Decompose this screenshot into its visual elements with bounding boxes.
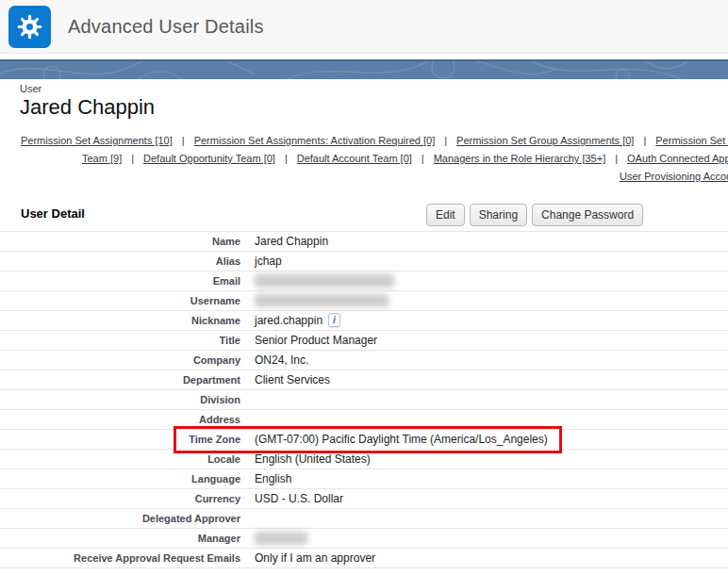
field-value: Client Services bbox=[255, 370, 330, 390]
advanced-user-details-page: Advanced User Details User Jared Chappin… bbox=[0, 0, 728, 575]
field-label: Department bbox=[0, 370, 240, 390]
detail-row-nickname: Nicknamejared.chappini bbox=[0, 311, 728, 331]
field-label: Time Zone bbox=[0, 430, 240, 450]
field-label: Currency bbox=[0, 489, 240, 509]
related-link-default-opportunity-team[interactable]: Default Opportunity Team [0] bbox=[143, 153, 275, 164]
link-separator: | bbox=[643, 135, 646, 146]
detail-row-username: Username bbox=[0, 291, 728, 311]
detail-row-address: Address bbox=[0, 410, 728, 430]
field-label: Locale bbox=[0, 450, 240, 469]
related-link-permission-set-group-assignments[interactable]: Permission Set Group Assignments [0] bbox=[456, 135, 634, 146]
section-title: User Detail bbox=[21, 206, 85, 221]
field-value: Only if I am an approver bbox=[255, 549, 375, 568]
link-separator: | bbox=[422, 153, 424, 164]
field-label: Division bbox=[0, 390, 240, 410]
entity-heading: User Jared Chappin bbox=[20, 83, 155, 120]
gear-icon bbox=[17, 14, 42, 40]
field-label: Email bbox=[0, 271, 240, 291]
field-label: Address bbox=[0, 410, 240, 430]
detail-row-delegated-approver: Delegated Approver bbox=[0, 509, 728, 529]
field-value: (GMT-07:00) Pacific Daylight Time (Ameri… bbox=[255, 430, 548, 450]
link-separator: | bbox=[182, 135, 185, 146]
setup-header: Advanced User Details bbox=[0, 0, 728, 54]
field-label: Nickname bbox=[0, 311, 240, 331]
related-link-oauth-connected-apps[interactable]: OAuth Connected Apps [25] bbox=[627, 153, 728, 164]
field-label: Language bbox=[0, 469, 240, 489]
change-password-button[interactable]: Change Password bbox=[532, 204, 643, 226]
setup-gear-tile bbox=[8, 6, 51, 48]
detail-row-language: LanguageEnglish bbox=[0, 469, 728, 489]
field-value: USD - U.S. Dollar bbox=[255, 489, 343, 509]
detail-row-company: CompanyON24, Inc. bbox=[0, 351, 728, 370]
decorative-banner bbox=[0, 59, 728, 79]
related-link-user-provisioning-accounts[interactable]: User Provisioning Accounts bbox=[620, 171, 728, 182]
related-links-line: Permission Set Assignments [10]|Permissi… bbox=[21, 135, 728, 146]
link-separator: | bbox=[285, 153, 288, 164]
field-value bbox=[255, 291, 389, 311]
field-label: Company bbox=[0, 351, 240, 370]
related-links-line: Team [9]|Default Opportunity Team [0]|De… bbox=[82, 153, 728, 164]
detail-row-name: NameJared Chappin bbox=[0, 232, 728, 252]
detail-row-alias: Aliasjchap bbox=[0, 252, 728, 271]
field-value: Jared Chappin bbox=[255, 232, 328, 252]
info-icon[interactable]: i bbox=[328, 313, 340, 327]
field-label: Receive Approval Request Emails bbox=[0, 549, 240, 568]
detail-row-locale: LocaleEnglish (United States) bbox=[0, 450, 728, 469]
field-label: Delegated Approver bbox=[0, 509, 240, 529]
field-label: Title bbox=[0, 331, 240, 351]
detail-row-time-zone: Time Zone(GMT-07:00) Pacific Daylight Ti… bbox=[0, 430, 728, 450]
related-link-permission-set-assignments-activation-required[interactable]: Permission Set Assignments: Activation R… bbox=[194, 135, 436, 146]
related-link-default-account-team[interactable]: Default Account Team [0] bbox=[297, 153, 412, 164]
field-label: Manager bbox=[0, 529, 240, 549]
field-value: jchap bbox=[255, 252, 282, 271]
field-value: English (United States) bbox=[255, 450, 371, 469]
detail-row-email: Email bbox=[0, 271, 728, 291]
field-value bbox=[255, 271, 394, 291]
redacted-value bbox=[255, 294, 389, 307]
related-link-managers-in-the-role-hierarchy[interactable]: Managers in the Role Hierarchy [35+] bbox=[434, 153, 606, 164]
field-label: Name bbox=[0, 232, 240, 252]
field-label: Alias bbox=[0, 252, 240, 271]
related-link-team[interactable]: Team [9] bbox=[82, 153, 122, 164]
link-separator: | bbox=[615, 153, 618, 164]
detail-row-currency: CurrencyUSD - U.S. Dollar bbox=[0, 489, 728, 509]
field-value: Senior Product Manager bbox=[255, 331, 377, 351]
field-value bbox=[255, 529, 307, 549]
sharing-button[interactable]: Sharing bbox=[470, 204, 527, 226]
detail-row-division: Division bbox=[0, 390, 728, 410]
user-name-heading: Jared Chappin bbox=[20, 95, 155, 120]
detail-button-group: EditSharingChange Password bbox=[426, 204, 643, 226]
field-value: English bbox=[255, 469, 291, 489]
related-lists-links: Permission Set Assignments [10]|Permissi… bbox=[0, 132, 728, 189]
page-title: Advanced User Details bbox=[68, 16, 264, 38]
banner-pattern bbox=[0, 61, 728, 79]
entity-type-label: User bbox=[20, 83, 155, 94]
detail-row-title: TitleSenior Product Manager bbox=[0, 331, 728, 351]
edit-button[interactable]: Edit bbox=[426, 204, 465, 226]
detail-row-manager: Manager bbox=[0, 529, 728, 549]
field-label: Username bbox=[0, 291, 240, 311]
redacted-value bbox=[255, 532, 307, 545]
related-link-permission-set-assignments[interactable]: Permission Set Assignments [10] bbox=[21, 135, 173, 146]
related-links-line: User Provisioning Accounts bbox=[620, 171, 728, 182]
link-separator: | bbox=[444, 135, 447, 146]
field-value: ON24, Inc. bbox=[255, 351, 308, 370]
detail-row-department: DepartmentClient Services bbox=[0, 370, 728, 390]
redacted-value bbox=[255, 274, 394, 288]
field-value: jared.chappini bbox=[255, 311, 340, 331]
related-link-permission-set-license-assignments[interactable]: Permission Set License Assignments bbox=[655, 135, 728, 146]
link-separator: | bbox=[131, 153, 134, 164]
detail-table: NameJared ChappinAliasjchapEmailUsername… bbox=[0, 231, 728, 568]
detail-row-receive-approval-request-emails: Receive Approval Request EmailsOnly if I… bbox=[0, 549, 728, 568]
